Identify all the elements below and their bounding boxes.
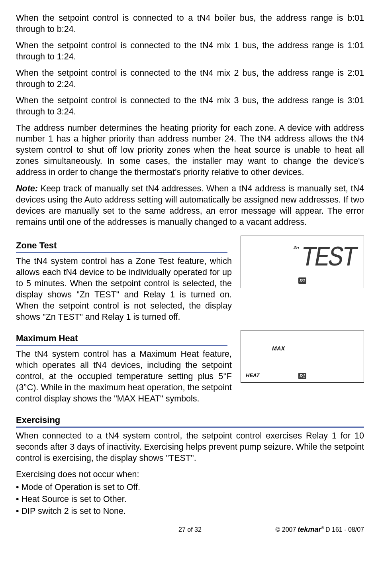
display-max-heat: MAX HEAT R1 — [241, 330, 364, 383]
doc-id: D 161 - 08/07 — [325, 526, 364, 534]
paragraph-priority: The address number determines the heatin… — [16, 123, 364, 179]
heading-max-heat: Maximum Heat — [16, 333, 227, 346]
zone-test-row: Zone Test The tN4 system control has a Z… — [16, 233, 364, 326]
copyright: © 2007 — [276, 526, 296, 534]
bullet-item: Mode of Operation is set to Off. — [16, 482, 364, 493]
page-number: 27 of 32 — [178, 526, 202, 534]
bullet-item: DIP switch 2 is set to None. — [16, 506, 364, 517]
max-label: MAX — [272, 345, 285, 352]
heading-zone-test: Zone Test — [16, 240, 227, 253]
seven-seg-readout: TEST — [301, 240, 356, 277]
brand-logo: tekmar® — [298, 525, 324, 534]
exercising-body: When connected to a tN4 system control, … — [16, 431, 364, 464]
note-label: Note: — [16, 184, 38, 193]
note-body: Keep track of manually set tN4 addresses… — [16, 184, 364, 227]
paragraph-mix1-bus: When the setpoint control is connected t… — [16, 40, 364, 63]
heading-exercising: Exercising — [16, 415, 364, 428]
exercising-subline: Exercising does not occur when: — [16, 469, 364, 480]
heat-label: HEAT — [246, 372, 259, 379]
paragraph-mix3-bus: When the setpoint control is connected t… — [16, 95, 364, 118]
zone-test-body: The tN4 system control has a Zone Test f… — [16, 256, 232, 323]
paragraph-boiler-bus: When the setpoint control is connected t… — [16, 13, 364, 35]
zn-label: Zn — [294, 245, 299, 250]
paragraph-note: Note: Keep track of manually set tN4 add… — [16, 183, 364, 228]
max-heat-row: Maximum Heat The tN4 system control has … — [16, 326, 364, 408]
paragraph-mix2-bus: When the setpoint control is connected t… — [16, 68, 364, 90]
max-heat-body: The tN4 system control has a Maximum Hea… — [16, 349, 232, 405]
exercising-bullets: Mode of Operation is set to Off. Heat So… — [16, 482, 364, 517]
display-zone-test: Zn TEST R1 — [241, 236, 364, 288]
r1-indicator: R1 — [298, 277, 306, 284]
r1-indicator-2: R1 — [298, 373, 306, 379]
bullet-item: Heat Source is set to Other. — [16, 494, 364, 505]
